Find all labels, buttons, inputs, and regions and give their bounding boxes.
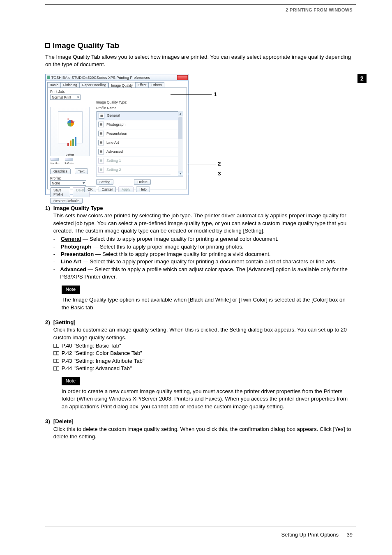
doc-icon: ▦ bbox=[99, 113, 104, 119]
heading: Image Quality Tab bbox=[45, 41, 353, 50]
item-1-body: This sets how colors are printed by sele… bbox=[53, 212, 346, 234]
xref: P.43 "Setting: Image Attribute Tab" bbox=[53, 357, 353, 365]
close-icon[interactable] bbox=[177, 75, 188, 80]
item-1: 1) Image Quality Type This sets how colo… bbox=[45, 205, 353, 314]
list-item[interactable]: ▦Presentation bbox=[97, 129, 183, 138]
page-number: 39 bbox=[347, 532, 353, 538]
note-label: Note bbox=[62, 377, 80, 385]
doc-icon: ▦ bbox=[98, 158, 104, 164]
tab-basic[interactable]: Basic bbox=[47, 82, 61, 88]
item-2: 2) [Setting] Click this to customize an … bbox=[45, 319, 353, 413]
tab-finishing[interactable]: Finishing bbox=[61, 82, 80, 88]
list-item[interactable]: ▦Line Art bbox=[97, 138, 183, 147]
profile-label: Profile: bbox=[50, 176, 90, 180]
note-text-2: In order to create a new custom image qu… bbox=[62, 388, 353, 410]
screenshot: TOSHIBA e-STUDIO4520CSeries XPS Printing… bbox=[45, 74, 218, 197]
preview-size-label: Letter bbox=[51, 153, 89, 157]
preview-pane: ■ ———— — —— — — Letter bbox=[50, 107, 90, 156]
list-item[interactable]: ▦Advanced bbox=[97, 147, 183, 157]
dialog: TOSHIBA e-STUDIO4520CSeries XPS Printing… bbox=[45, 74, 189, 195]
apply-button[interactable]: Apply bbox=[118, 187, 134, 192]
iql-sub: Profile Name bbox=[96, 106, 116, 110]
callout-3: 3 bbox=[218, 170, 221, 177]
item-3: 3) [Delete] Click this to delete the cus… bbox=[45, 418, 353, 440]
print-job-label: Print Job: bbox=[50, 90, 65, 94]
iql-header: Image Quality Type: bbox=[96, 100, 127, 104]
tab-others[interactable]: Others bbox=[149, 82, 164, 88]
scrollbar[interactable]: ▲▼ bbox=[178, 111, 183, 176]
book-icon bbox=[53, 344, 59, 348]
list-item[interactable]: ▦Setting 2 bbox=[97, 166, 183, 175]
doc-icon: ▦ bbox=[98, 149, 104, 154]
callout-line-3 bbox=[171, 174, 216, 174]
xref: P.42 "Setting: Color Balance Tab" bbox=[53, 350, 353, 357]
ok-button[interactable]: OK bbox=[84, 187, 96, 192]
callout-2: 2 bbox=[218, 161, 221, 167]
dialog-title: TOSHIBA e-STUDIO4520CSeries XPS Printing… bbox=[51, 76, 150, 80]
xref: P.44 "Setting: Advanced Tab" bbox=[53, 365, 353, 372]
item-2-body: Click this to customize an image quality… bbox=[53, 327, 347, 340]
list-item[interactable]: ▦Photograph bbox=[97, 120, 183, 129]
item-2-lead: [Setting] bbox=[53, 319, 76, 325]
help-button[interactable]: Help bbox=[136, 187, 150, 192]
item-3-body: Click this to delete the custom image qu… bbox=[53, 426, 351, 440]
tab-paper-handling[interactable]: Paper Handling bbox=[80, 82, 109, 88]
callout-line-1 bbox=[171, 94, 212, 95]
restore-defaults-button[interactable]: Restore Defaults bbox=[50, 198, 83, 204]
bottom-rule bbox=[45, 527, 356, 527]
callout-line-2 bbox=[187, 164, 216, 164]
tab-row: Basic Finishing Paper Handling Image Qua… bbox=[47, 82, 189, 88]
doc-icon: ▦ bbox=[98, 167, 104, 173]
book-icon bbox=[53, 359, 59, 363]
xref: P.40 "Setting: Basic Tab" bbox=[53, 342, 353, 350]
item-3-lead: [Delete] bbox=[53, 418, 74, 424]
footer-text: Setting Up Print Options bbox=[281, 532, 338, 538]
doc-icon: ▦ bbox=[98, 131, 104, 136]
top-rule bbox=[45, 4, 356, 5]
profile-select[interactable]: None bbox=[50, 180, 90, 186]
scale-row: 1,2,3... 1,2,3... bbox=[50, 158, 90, 165]
header-section: 2 PRINTING FROM WINDOWS bbox=[286, 7, 353, 12]
book-icon bbox=[53, 366, 59, 371]
book-icon bbox=[53, 351, 59, 355]
heading-bullet-icon bbox=[45, 43, 50, 48]
iql-list: ▦General ▦Photograph ▦Presentation ▦Line… bbox=[96, 111, 183, 177]
print-job-select[interactable]: Normal Print bbox=[50, 94, 81, 100]
iql-header-rule bbox=[123, 102, 183, 102]
footer: Setting Up Print Options 39 bbox=[281, 532, 353, 538]
note-text-1: The Image Quality type option is not ava… bbox=[62, 296, 353, 311]
setting-button[interactable]: Setting bbox=[96, 179, 113, 185]
callout-1: 1 bbox=[214, 91, 217, 97]
list-item[interactable]: ▦Setting 1 bbox=[97, 157, 183, 166]
note-label: Note bbox=[62, 286, 80, 294]
app-icon bbox=[47, 76, 50, 79]
tab-body: Print Job: Normal Print ■ ———— — —— — — … bbox=[47, 88, 187, 189]
delete-button[interactable]: Delete bbox=[134, 179, 151, 185]
graphics-button[interactable]: Graphics bbox=[50, 168, 71, 174]
numbered-list: 1) Image Quality Type This sets how colo… bbox=[45, 205, 353, 440]
doc-icon: ▦ bbox=[98, 122, 104, 127]
item-1-lead: Image Quality Type bbox=[53, 205, 103, 211]
chapter-tab: 2 bbox=[357, 74, 367, 83]
doc-icon: ▦ bbox=[98, 140, 104, 145]
text-button[interactable]: Text bbox=[75, 168, 88, 174]
tab-effect[interactable]: Effect bbox=[135, 82, 149, 88]
list-item[interactable]: ▦General bbox=[97, 111, 183, 120]
heading-text: Image Quality Tab bbox=[53, 41, 119, 50]
cancel-button[interactable]: Cancel bbox=[99, 187, 116, 192]
intro-text: The Image Quality Tab allows you to sele… bbox=[45, 53, 353, 68]
dialog-titlebar: TOSHIBA e-STUDIO4520CSeries XPS Printing… bbox=[46, 74, 189, 81]
